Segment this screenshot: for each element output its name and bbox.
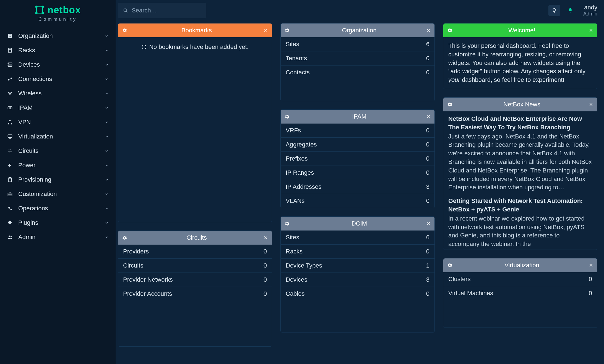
nav-item-devices[interactable]: Devices <box>0 57 116 72</box>
chevron-down-icon <box>105 48 109 53</box>
nav-item-virtualization[interactable]: Virtualization <box>0 129 116 144</box>
close-icon[interactable] <box>589 28 593 33</box>
list-item[interactable]: Providers0 <box>118 245 272 258</box>
list-item[interactable]: Devices3 <box>281 273 434 287</box>
nav-item-racks[interactable]: Racks <box>0 43 116 57</box>
news-item[interactable]: NetBox Cloud and NetBox Enterprise Are N… <box>448 115 592 192</box>
nav-item-plugins[interactable]: Plugins <box>0 216 116 230</box>
toolbox-icon <box>7 191 13 197</box>
notifications-button[interactable] <box>564 5 576 16</box>
list-item[interactable]: Sites6 <box>281 231 434 244</box>
svg-point-30 <box>8 207 10 209</box>
list-item[interactable]: Aggregates0 <box>281 137 434 151</box>
list-item[interactable]: Virtual Machines0 <box>443 286 597 300</box>
nav-label: Operations <box>18 205 105 212</box>
widget-welcome: Welcome! This is your personal dashboard… <box>443 23 597 89</box>
bell-icon <box>567 7 573 14</box>
nav-label: Devices <box>18 61 105 68</box>
close-icon[interactable] <box>264 28 268 33</box>
list-item[interactable]: IP Ranges0 <box>281 166 434 180</box>
list-item[interactable]: VLANs0 <box>281 194 434 208</box>
gear-icon[interactable] <box>122 235 127 240</box>
close-icon[interactable] <box>426 114 431 119</box>
widget-title: Welcome! <box>455 27 589 34</box>
nav-label: Plugins <box>18 219 105 226</box>
sidebar: netbox Community Organization Racks Devi… <box>0 0 116 364</box>
nav-item-customization[interactable]: Customization <box>0 187 116 201</box>
search-input[interactable] <box>132 7 201 14</box>
theme-toggle-button[interactable] <box>548 5 560 16</box>
nav-item-power[interactable]: Power <box>0 158 116 172</box>
svg-rect-9 <box>8 48 12 53</box>
list-item[interactable]: Provider Networks0 <box>118 273 272 287</box>
gear-icon[interactable] <box>285 114 290 119</box>
gear-icon[interactable] <box>447 28 452 33</box>
list-item[interactable]: Sites6 <box>281 37 434 51</box>
nav-item-circuits[interactable]: Circuits <box>0 144 116 158</box>
list-item[interactable]: Racks0 <box>281 244 434 258</box>
svg-point-31 <box>11 209 12 210</box>
building-icon <box>7 33 13 39</box>
news-list[interactable]: NetBox Cloud and NetBox Enterprise Are N… <box>443 111 597 250</box>
nav-label: Racks <box>18 47 105 54</box>
list-item[interactable]: Provider Accounts0 <box>118 287 272 301</box>
user-menu[interactable]: andy Admin <box>583 4 597 17</box>
svg-point-16 <box>10 95 11 95</box>
list-item[interactable]: VRFs0 <box>281 124 434 137</box>
bolt-icon <box>7 162 13 169</box>
widget-header[interactable]: Virtualization <box>443 258 597 272</box>
close-icon[interactable] <box>589 263 593 268</box>
close-icon[interactable] <box>264 235 268 240</box>
info-icon <box>141 44 147 50</box>
widget-title: Virtualization <box>455 262 589 269</box>
main: andy Admin Bookmarks <box>116 0 604 364</box>
chevron-down-icon <box>105 91 109 96</box>
nav-item-operations[interactable]: Operations <box>0 201 116 216</box>
widget-title: Circuits <box>130 234 264 241</box>
gear-icon[interactable] <box>122 28 127 33</box>
list-item[interactable]: Contacts0 <box>281 65 434 79</box>
gear-icon[interactable] <box>285 28 290 33</box>
gear-icon[interactable] <box>447 102 452 107</box>
nav-item-admin[interactable]: Admin <box>0 230 116 244</box>
nav-item-ipam[interactable]: IPAM <box>0 101 116 115</box>
puzzle-icon <box>7 219 13 226</box>
widget-organization: Organization Sites6 Tenants0 Contacts0 <box>280 23 435 101</box>
list-item[interactable]: Prefixes0 <box>281 151 434 166</box>
news-item[interactable]: Getting Started with Network Test Automa… <box>448 197 592 248</box>
plug-icon <box>7 76 13 82</box>
nav-label: Organization <box>18 32 105 40</box>
list-item[interactable]: Cables0 <box>281 287 434 301</box>
widget-header[interactable]: Organization <box>281 23 434 37</box>
close-icon[interactable] <box>426 221 431 226</box>
gear-icon[interactable] <box>285 221 290 226</box>
search-box[interactable] <box>118 3 206 18</box>
widget-header[interactable]: Welcome! <box>443 23 597 37</box>
list-item[interactable]: IP Addresses3 <box>281 180 434 194</box>
close-icon[interactable] <box>426 28 431 33</box>
logo[interactable]: netbox Community <box>0 3 116 22</box>
widget-header[interactable]: DCIM <box>281 217 434 231</box>
nav-item-organization[interactable]: Organization <box>0 29 116 43</box>
news-body: Just a few days ago, NetBox 4.1 and the … <box>448 132 592 192</box>
nav-item-wireless[interactable]: Wireless <box>0 86 116 101</box>
widget-header[interactable]: Circuits <box>118 231 272 245</box>
widget-header[interactable]: NetBox News <box>443 98 597 111</box>
list-item[interactable]: Clusters0 <box>443 272 597 286</box>
nav-item-vpn[interactable]: VPN <box>0 115 116 129</box>
nav-item-connections[interactable]: Connections <box>0 72 116 86</box>
chevron-down-icon <box>105 106 109 110</box>
widget-header[interactable]: Bookmarks <box>118 23 272 37</box>
gear-icon[interactable] <box>447 263 452 268</box>
list-item[interactable]: Circuits0 <box>118 258 272 273</box>
widget-header[interactable]: IPAM <box>281 110 434 124</box>
nav-item-provisioning[interactable]: Provisioning <box>0 172 116 187</box>
close-icon[interactable] <box>589 102 593 107</box>
nav-label: Provisioning <box>18 176 105 183</box>
chevron-down-icon <box>105 134 109 139</box>
nav: Organization Racks Devices Connections W <box>0 29 116 244</box>
chevron-down-icon <box>105 235 109 239</box>
svg-rect-27 <box>9 177 11 178</box>
list-item[interactable]: Device Types1 <box>281 258 434 273</box>
list-item[interactable]: Tenants0 <box>281 51 434 65</box>
